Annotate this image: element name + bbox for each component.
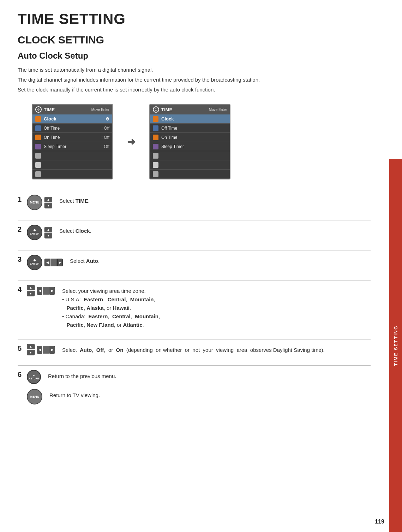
step4-usa: • U.S.A: Eastern, Central, Mountain, Pac… [62, 296, 155, 311]
panel2-nav-hint: Move Enter [209, 108, 227, 112]
step6-return-text: Return to the previous menu. [48, 372, 116, 380]
step6-menu-text: Return to TV viewing. [49, 391, 100, 400]
step6-menu-number [18, 390, 27, 398]
clock-icon-2: ⊙ [153, 106, 159, 113]
page-title: TIME SETTING [18, 11, 371, 28]
up-arrow-2[interactable]: ▲ [44, 227, 52, 232]
left-arrow-3[interactable]: ◀ [44, 259, 50, 266]
lr-dpad-3: ◀ ▶ [44, 259, 63, 266]
step1-text: Select TIME. [59, 197, 90, 205]
enter-dot-3 [34, 259, 36, 261]
panel1-row-offtime: Off Time : Off [32, 124, 112, 133]
page-number: 119 [375, 519, 384, 525]
step6-number: 6 [18, 371, 27, 379]
enter-button-2[interactable]: ENTER [27, 225, 42, 240]
step5-text: Select Auto, Off, or On (depending on wh… [62, 346, 325, 354]
panel1-row-5 [32, 160, 112, 170]
step4-line1: Select your viewing area time zone. [62, 288, 146, 294]
step2-divider [18, 250, 371, 250]
updown-dpad-5: ▲ ▼ [27, 344, 35, 355]
up-arrow-5[interactable]: ▲ [27, 344, 35, 349]
panel2-row-ontime: On Time [150, 133, 230, 142]
step1-divider [18, 220, 371, 220]
arrow-right: ➜ [127, 136, 135, 148]
step-5: 5 ▲ ▼ ◀ ▶ Select Auto, Off, or On (depen… [18, 344, 371, 358]
step-4: 4 ▲ ▼ ◀ ▶ Select your viewing area time … [18, 285, 371, 332]
right-arrow-4[interactable]: ▶ [49, 287, 55, 295]
step2-number: 2 [18, 225, 27, 234]
p2-sleep-icon [153, 144, 158, 149]
panel2-row-5 [150, 160, 230, 170]
panel1-clock-icon-right: ⚙ [106, 117, 109, 122]
step2-icons: ENTER ▲ ▼ [27, 225, 52, 240]
step4-icons: ▲ ▼ ◀ ▶ [27, 285, 55, 296]
step5-divider [18, 365, 371, 366]
panel2-row-offtime: Off Time [150, 124, 230, 133]
step1-number: 1 [18, 195, 27, 203]
step5-icons: ▲ ▼ ◀ ▶ [27, 344, 55, 355]
panel2-row-4 [150, 151, 230, 160]
panel1-title: TIME [44, 107, 91, 112]
step-6-menu: MENU Return to TV viewing. [18, 389, 371, 407]
screens-row: ⊙ TIME Move Enter Clock ⚙ Off Time : Off… [32, 104, 371, 179]
clock-row-icon [35, 116, 41, 122]
step-3: 3 ENTER ◀ ▶ Select Auto. [18, 255, 371, 273]
up-arrow-1[interactable]: ▲ [44, 197, 52, 202]
step-2: 2 ENTER ▲ ▼ Select Clock. [18, 225, 371, 243]
step3-icons: ENTER ◀ ▶ [27, 255, 63, 270]
panel2-row-sleep: Sleep Timer [150, 142, 230, 151]
step4-text: Select your viewing area time zone. • U.… [62, 287, 160, 329]
lr-center-3 [50, 259, 57, 266]
step6-icons: ↩ RETURN [27, 370, 41, 384]
intro-line-1: The time is set automatically from a dig… [18, 66, 371, 74]
row4-icon [35, 153, 41, 159]
right-arrow-5[interactable]: ▶ [49, 346, 55, 354]
lr-center-4 [43, 287, 49, 295]
down-arrow-2[interactable]: ▼ [44, 233, 52, 238]
enter-dot [34, 229, 36, 231]
p2-ontime-icon [153, 135, 158, 140]
down-arrow-4[interactable]: ▼ [27, 291, 35, 296]
panel1-row-6 [32, 170, 112, 179]
panel1-row-sleep: Sleep Timer : Off [32, 142, 112, 151]
step3-text: Select Auto. [70, 257, 100, 265]
offtime-icon [35, 125, 41, 131]
clock-icon-1: ⊙ [35, 106, 42, 113]
enter-label: ENTER [30, 232, 39, 236]
auto-clock-setup-title: Auto Clock Setup [18, 51, 371, 61]
menu-button[interactable]: MENU [27, 195, 42, 210]
return-button[interactable]: ↩ RETURN [27, 370, 41, 384]
lr-center-5 [43, 346, 49, 354]
enter-button-3[interactable]: ENTER [27, 255, 42, 270]
left-arrow-5[interactable]: ◀ [37, 346, 42, 354]
panel2-row-clock: Clock [150, 114, 230, 124]
step4-divider [18, 339, 371, 339]
panel1-row-4 [32, 151, 112, 160]
right-arrow-3[interactable]: ▶ [57, 259, 63, 266]
panel1-nav-hint: Move Enter [91, 108, 109, 112]
p2-row4-icon [153, 153, 158, 159]
updown-dpad-1: ▲ ▼ [44, 197, 52, 208]
step-6-return: 6 ↩ RETURN Return to the previous menu. [18, 370, 371, 387]
panel2-header: ⊙ TIME Move Enter [150, 105, 230, 114]
sleep-icon [35, 144, 41, 149]
ontime-icon [35, 135, 41, 140]
up-arrow-4[interactable]: ▲ [27, 285, 35, 290]
step6-menu-icons: MENU [27, 389, 42, 404]
panel2-row-6 [150, 170, 230, 179]
updown-dpad-2: ▲ ▼ [44, 227, 52, 238]
down-arrow-1[interactable]: ▼ [44, 203, 52, 208]
row6-icon [35, 171, 41, 177]
row5-icon [35, 162, 41, 168]
down-arrow-5[interactable]: ▼ [27, 350, 35, 355]
panel2-title: TIME [161, 107, 209, 112]
step3-number: 3 [18, 255, 27, 264]
step4-canada: • Canada: Eastern, Central, Mountain, Pa… [62, 313, 160, 328]
panel1-header: ⊙ TIME Move Enter [32, 105, 112, 114]
menu-button-2[interactable]: MENU [27, 389, 42, 404]
menu-label: MENU [30, 201, 40, 204]
p2-row5-icon [153, 162, 158, 168]
p2-offtime-icon [153, 125, 158, 131]
step3-divider [18, 280, 371, 280]
left-arrow-4[interactable]: ◀ [37, 287, 42, 295]
